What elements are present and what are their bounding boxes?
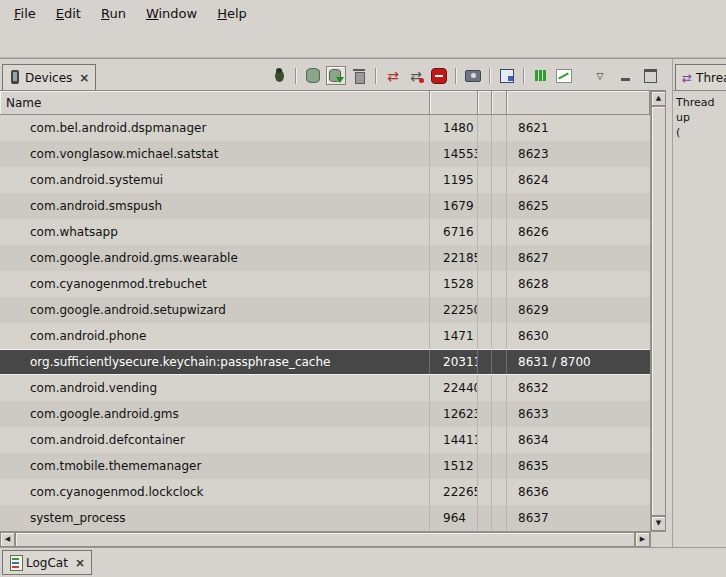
close-icon[interactable]: × xyxy=(75,556,85,570)
menu-file[interactable]: File xyxy=(4,3,46,25)
scroll-down-icon[interactable]: ▼ xyxy=(651,516,666,531)
process-name: com.android.vending xyxy=(0,375,430,401)
horizontal-scroll-thumb[interactable] xyxy=(15,532,635,547)
update-heap-icon[interactable] xyxy=(303,66,323,85)
process-port: 8621 xyxy=(507,115,650,141)
cell-empty-a xyxy=(478,375,492,401)
threads-message: Thread up ( xyxy=(673,91,726,140)
scroll-up-icon[interactable]: ▲ xyxy=(651,91,666,106)
table-row[interactable]: com.vonglasow.michael.satstat 14553 8623 xyxy=(0,141,650,167)
cell-empty-b xyxy=(492,115,507,141)
view-menu-icon[interactable]: ▽ xyxy=(590,66,610,85)
cell-empty-b xyxy=(492,323,507,349)
dump-view-hierarchy-icon[interactable] xyxy=(497,66,517,85)
threads-tab-label: Threa xyxy=(696,71,726,85)
process-pid: 1195 xyxy=(430,167,478,193)
devices-tabbar: Devices × ▽ xyxy=(0,59,666,91)
vertical-scroll-thumb[interactable] xyxy=(651,106,666,516)
process-name: com.android.smspush xyxy=(0,193,430,219)
column-header-status2[interactable] xyxy=(492,91,507,115)
table-row[interactable]: com.google.android.setupwizard 22250 862… xyxy=(0,297,650,323)
cell-empty-b xyxy=(492,297,507,323)
cell-empty-b xyxy=(492,427,507,453)
horizontal-scrollbar[interactable]: ◀ ▶ xyxy=(0,531,650,547)
table-row[interactable]: com.google.android.gms 12623 8633 xyxy=(0,401,650,427)
minimize-icon[interactable] xyxy=(615,66,635,85)
table-row[interactable]: com.google.android.gms.wearable 22185 86… xyxy=(0,245,650,271)
process-pid: 1480 xyxy=(430,115,478,141)
process-name: com.google.android.gms xyxy=(0,401,430,427)
column-header-port[interactable] xyxy=(507,91,650,115)
table-row[interactable]: com.android.vending 22440 8632 xyxy=(0,375,650,401)
process-pid: 14411 xyxy=(430,427,478,453)
table-row[interactable]: com.android.defcontainer 14411 8634 xyxy=(0,427,650,453)
process-port: 8632 xyxy=(507,375,650,401)
main-toolbar xyxy=(0,27,726,58)
table-row[interactable]: com.android.smspush 1679 8625 xyxy=(0,193,650,219)
screen-capture-icon[interactable] xyxy=(463,66,483,85)
tab-logcat[interactable]: LogCat × xyxy=(2,550,92,575)
dump-hprof-icon[interactable] xyxy=(326,66,346,85)
cell-empty-a xyxy=(478,219,492,245)
menubar: File Edit Run Window Help xyxy=(0,0,726,27)
debug-process-icon[interactable] xyxy=(269,66,289,85)
start-method-profiling-icon[interactable] xyxy=(406,66,426,85)
tab-threads[interactable]: ⇄ Threa × xyxy=(675,64,726,91)
view-controls: ▽ xyxy=(590,66,660,85)
cause-gc-icon[interactable] xyxy=(349,66,369,85)
cell-empty-b xyxy=(492,167,507,193)
cell-empty-b xyxy=(492,271,507,297)
toolbar-separator xyxy=(455,68,457,84)
update-threads-icon[interactable] xyxy=(383,66,403,85)
table-row[interactable]: com.android.systemui 1195 8624 xyxy=(0,167,650,193)
line-chart-icon[interactable] xyxy=(554,66,574,85)
table-row[interactable]: org.sufficientlysecure.keychain:passphra… xyxy=(0,349,650,375)
cell-empty-b xyxy=(492,141,507,167)
process-pid: 22440 xyxy=(430,375,478,401)
cell-empty-a xyxy=(478,115,492,141)
capture-systrace-icon[interactable] xyxy=(531,66,551,85)
cell-empty-b xyxy=(492,350,507,374)
scroll-left-icon[interactable]: ◀ xyxy=(0,532,15,547)
process-name: com.whatsapp xyxy=(0,219,430,245)
cell-empty-a xyxy=(478,505,492,531)
process-name: com.vonglasow.michael.satstat xyxy=(0,141,430,167)
process-port: 8624 xyxy=(507,167,650,193)
process-pid: 1512 xyxy=(430,453,478,479)
close-icon[interactable]: × xyxy=(79,71,89,85)
stop-process-icon[interactable] xyxy=(429,66,449,85)
column-header-status[interactable] xyxy=(478,91,492,115)
table-row[interactable]: system_process 964 8637 xyxy=(0,505,650,531)
table-row[interactable]: com.cyanogenmod.trebuchet 1528 8628 xyxy=(0,271,650,297)
menu-help[interactable]: Help xyxy=(207,3,257,25)
table-row[interactable]: com.tmobile.thememanager 1512 8635 xyxy=(0,453,650,479)
process-pid: 12623 xyxy=(430,401,478,427)
table-content: Name com.bel.android.dspmanager 1480 862… xyxy=(0,91,650,531)
logcat-icon xyxy=(9,555,22,570)
table-row[interactable]: com.whatsapp 6716 8626 xyxy=(0,219,650,245)
process-name: org.sufficientlysecure.keychain:passphra… xyxy=(0,350,430,374)
process-port: 8625 xyxy=(507,193,650,219)
process-rows: com.bel.android.dspmanager 1480 8621 com… xyxy=(0,115,650,531)
tab-devices[interactable]: Devices × xyxy=(2,64,96,91)
toolbar-separator xyxy=(375,68,377,84)
process-pid: 1679 xyxy=(430,193,478,219)
process-port: 8626 xyxy=(507,219,650,245)
table-row[interactable]: com.cyanogenmod.lockclock 22265 8636 xyxy=(0,479,650,505)
column-header-pid[interactable] xyxy=(430,91,478,115)
table-row[interactable]: com.android.phone 1471 8630 xyxy=(0,323,650,349)
table-row[interactable]: com.bel.android.dspmanager 1480 8621 xyxy=(0,115,650,141)
cell-empty-a xyxy=(478,479,492,505)
cell-empty-a xyxy=(478,401,492,427)
menu-window[interactable]: Window xyxy=(136,3,207,25)
cell-empty-b xyxy=(492,193,507,219)
toolbar-separator xyxy=(489,68,491,84)
menu-edit[interactable]: Edit xyxy=(46,3,91,25)
column-header-name[interactable]: Name xyxy=(0,91,430,115)
maximize-icon[interactable] xyxy=(640,66,660,85)
vertical-scrollbar[interactable]: ▲ ▼ xyxy=(650,91,666,531)
scroll-right-icon[interactable]: ▶ xyxy=(635,532,650,547)
process-port: 8627 xyxy=(507,245,650,271)
process-pid: 964 xyxy=(430,505,478,531)
menu-run[interactable]: Run xyxy=(91,3,136,25)
